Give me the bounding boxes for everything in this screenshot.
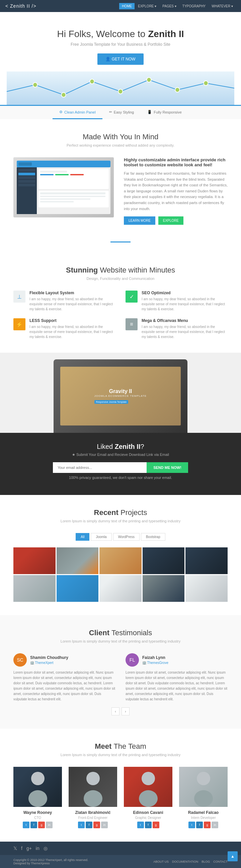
svg-point-3 <box>90 79 94 84</box>
link-icon[interactable]: in <box>212 822 218 828</box>
svg-point-34 <box>194 790 213 807</box>
footer-social-bar: 𝕏 f g+ in ◎ <box>0 842 241 855</box>
project-item[interactable] <box>142 547 185 574</box>
footer-nav-docs[interactable]: DOCUMENTATION <box>172 860 198 863</box>
svg-rect-14 <box>19 176 35 179</box>
twitter-icon[interactable]: t <box>137 822 144 828</box>
learn-more-button[interactable]: LEARN MORE <box>124 216 155 225</box>
email-form: SEND ME NOW! <box>14 462 227 473</box>
tab-clean-admin[interactable]: ⚙ Clean Admin Panel <box>53 106 102 119</box>
tab-fully-responsive[interactable]: 📱 Fully Responsive <box>140 106 188 119</box>
svg-rect-23 <box>40 192 105 194</box>
footer-nav-contact[interactable]: CONTACT <box>213 860 227 863</box>
googleplus-icon[interactable]: g <box>38 822 45 828</box>
footer-twitter-icon[interactable]: 𝕏 <box>14 846 17 851</box>
radamel-social-links: t f g in <box>179 822 227 828</box>
filter-wordpress[interactable]: WordPress <box>113 533 140 541</box>
facebook-icon[interactable]: f <box>86 822 92 828</box>
facebook-icon[interactable]: f <box>196 822 203 828</box>
navigation: < Zenith II /> HOME EXPLORE ▾ PAGES ▾ TY… <box>0 0 241 12</box>
footer-bottom: Copyright © 2010-2012 ThemeXpert, all ri… <box>0 855 241 868</box>
svg-point-30 <box>84 790 102 807</box>
email-input[interactable] <box>53 462 146 473</box>
device-mockup: Gravity II JOOMLA ECOMMERCE TEMPLATE Res… <box>54 359 187 433</box>
testimonial-next-button[interactable]: › <box>122 707 130 715</box>
send-now-button[interactable]: SEND ME NOW! <box>146 462 188 473</box>
project-item[interactable] <box>100 547 141 574</box>
project-item[interactable] <box>185 575 227 602</box>
googleplus-icon[interactable]: g <box>153 822 159 828</box>
nav-whatever[interactable]: WHATEVER ▾ <box>209 3 236 9</box>
team-photo-radamel <box>179 767 227 807</box>
device-badges: Responsive Joomla Template <box>95 400 146 404</box>
hero-line-graphic <box>7 71 234 105</box>
svg-rect-25 <box>40 198 90 200</box>
nav-home[interactable]: HOME <box>119 3 135 9</box>
feature-seo: ✓ SEO Optimized I am so happy, my dear f… <box>126 290 227 312</box>
footer-nav: ABOUT US DOCUMENTATION BLOG CONTACT <box>153 860 227 863</box>
twitter-icon[interactable]: t <box>188 822 195 828</box>
project-item[interactable] <box>57 575 99 602</box>
hero-section: Hi Folks, Welcome to Zenith II Free Joom… <box>0 12 241 105</box>
link-icon[interactable]: in <box>46 822 53 828</box>
facebook-icon[interactable]: f <box>145 822 152 828</box>
stunning-title: Stunning Website within Minutes <box>14 266 227 275</box>
svg-rect-19 <box>40 174 54 175</box>
section-divider <box>0 238 241 252</box>
email-section: Liked Zenith II? ★ Submit Your Email and… <box>0 433 241 495</box>
projects-title: Recent Projects <box>14 508 227 517</box>
svg-rect-12 <box>19 169 35 172</box>
footer-rss-icon[interactable]: ◎ <box>44 846 48 851</box>
get-it-now-button[interactable]: 👤 GET IT NOW <box>98 54 143 65</box>
hero-subtitle: Free Joomla Template for Your Business &… <box>7 42 234 47</box>
project-item[interactable] <box>185 547 227 574</box>
googleplus-icon[interactable]: g <box>93 822 100 828</box>
made-section: Made With You In Mind Perfect working ex… <box>0 119 241 238</box>
project-item[interactable] <box>142 575 185 602</box>
scroll-to-top-button[interactable]: ▲ <box>227 851 238 861</box>
menu-icon: ≡ <box>126 318 138 330</box>
projects-subtitle: Lorem Ipsum is simply dummy text of the … <box>14 519 227 523</box>
testimonial-author-1: SC Shamim Choudhury 🏢 ThemeXpert <box>14 653 115 666</box>
device-showcase: Gravity II JOOMLA ECOMMERCE TEMPLATE Res… <box>0 353 241 433</box>
svg-rect-16 <box>19 184 35 186</box>
filter-joomla[interactable]: Joomla <box>91 533 111 541</box>
footer-nav-about[interactable]: ABOUT US <box>153 860 169 863</box>
testimonial-item: SC Shamim Choudhury 🏢 ThemeXpert Lorem i… <box>14 653 115 702</box>
nav-pages[interactable]: PAGES ▾ <box>160 3 179 9</box>
footer-linkedin-icon[interactable]: in <box>36 846 39 851</box>
project-item[interactable] <box>100 575 141 602</box>
edinson-social-links: t f g <box>124 822 172 828</box>
team-photo-edinson <box>124 767 172 807</box>
footer-googleplus-icon[interactable]: g+ <box>26 846 32 851</box>
project-filters: All Joomla WordPress Bootstrap <box>14 533 227 541</box>
filter-bootstrap[interactable]: Bootstrap <box>141 533 165 541</box>
facebook-icon[interactable]: f <box>30 822 37 828</box>
twitter-icon[interactable]: t <box>78 822 85 828</box>
twitter-icon[interactable]: t <box>23 822 29 828</box>
project-item[interactable] <box>57 547 99 574</box>
link-icon[interactable]: in <box>101 822 108 828</box>
team-photo-wayne <box>14 767 62 807</box>
wayne-social-links: t f g in <box>14 822 62 828</box>
testimonial-prev-button[interactable]: ‹ <box>111 707 119 715</box>
testimonials-subtitle: Lorem Ipsum is simply dummy text of the … <box>14 639 227 643</box>
nav-explore[interactable]: EXPLORE ▾ <box>135 3 159 9</box>
tab-easy-styling[interactable]: ✏ Easy Styling <box>102 106 141 119</box>
project-item[interactable] <box>14 575 56 602</box>
nav-links: HOME EXPLORE ▾ PAGES ▾ TYPOGRAPHY WHATEV… <box>119 3 236 9</box>
filter-all[interactable]: All <box>76 533 89 541</box>
svg-point-28 <box>28 790 47 807</box>
email-title: Liked Zenith II? <box>14 443 227 451</box>
footer-facebook-icon[interactable]: f <box>21 846 22 851</box>
layout-icon: ⊥ <box>14 290 25 303</box>
nav-typography[interactable]: TYPOGRAPHY <box>180 3 208 9</box>
svg-point-2 <box>61 93 65 97</box>
footer-nav-blog[interactable]: BLOG <box>202 860 210 863</box>
project-item[interactable] <box>14 547 56 574</box>
explore-button[interactable]: EXPLORE <box>158 216 183 225</box>
googleplus-icon[interactable]: g <box>204 822 211 828</box>
team-title: Meet The Team <box>14 742 227 751</box>
testimonial-item: FL Faizah Lynn 🏢 ThemesGrove Lorem ipsum… <box>126 653 227 702</box>
made-subtitle: Perfect working experience created witho… <box>14 143 227 147</box>
